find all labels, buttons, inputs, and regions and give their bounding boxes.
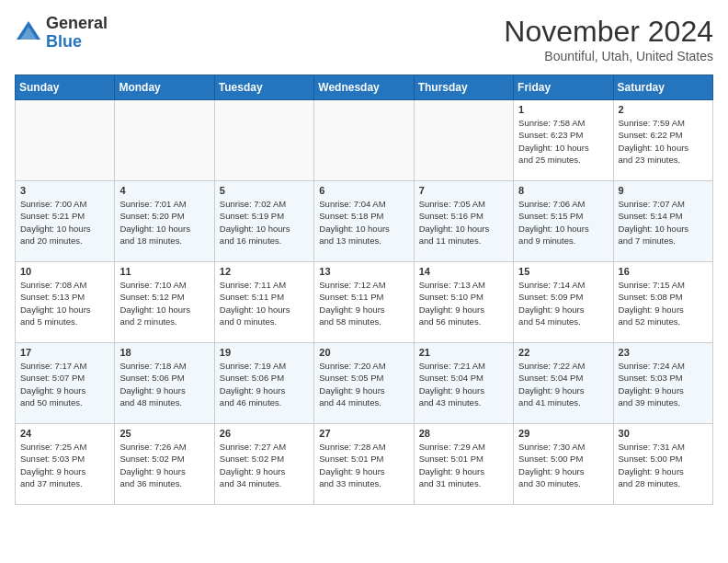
calendar-week-row: 1Sunrise: 7:58 AM Sunset: 6:23 PM Daylig… <box>16 100 713 181</box>
calendar-day-cell: 3Sunrise: 7:00 AM Sunset: 5:21 PM Daylig… <box>16 181 115 262</box>
day-info: Sunrise: 7:08 AM Sunset: 5:13 PM Dayligh… <box>20 279 109 327</box>
calendar-week-row: 17Sunrise: 7:17 AM Sunset: 5:07 PM Dayli… <box>16 343 713 424</box>
day-info: Sunrise: 7:24 AM Sunset: 5:03 PM Dayligh… <box>619 360 708 408</box>
weekday-header: Thursday <box>414 75 513 100</box>
day-info: Sunrise: 7:58 AM Sunset: 6:23 PM Dayligh… <box>518 117 608 166</box>
calendar-day-cell: 8Sunrise: 7:06 AM Sunset: 5:15 PM Daylig… <box>514 181 613 262</box>
day-number: 24 <box>20 428 109 439</box>
day-number: 21 <box>419 347 508 358</box>
day-number: 30 <box>619 428 708 439</box>
day-number: 18 <box>119 347 209 358</box>
day-number: 4 <box>119 185 209 196</box>
calendar-day-cell: 20Sunrise: 7:20 AM Sunset: 5:05 PM Dayli… <box>314 343 414 424</box>
calendar-day-cell <box>214 100 313 181</box>
weekday-header: Friday <box>514 75 613 100</box>
logo[interactable]: General Blue <box>15 15 108 52</box>
calendar-week-row: 24Sunrise: 7:25 AM Sunset: 5:03 PM Dayli… <box>16 424 713 505</box>
calendar-day-cell: 30Sunrise: 7:31 AM Sunset: 5:00 PM Dayli… <box>613 424 712 505</box>
calendar-day-cell: 24Sunrise: 7:25 AM Sunset: 5:03 PM Dayli… <box>16 424 115 505</box>
day-info: Sunrise: 7:02 AM Sunset: 5:19 PM Dayligh… <box>220 198 309 247</box>
day-number: 1 <box>518 104 608 115</box>
calendar-day-cell: 17Sunrise: 7:17 AM Sunset: 5:07 PM Dayli… <box>16 343 115 424</box>
day-number: 11 <box>119 266 209 277</box>
day-info: Sunrise: 7:07 AM Sunset: 5:14 PM Dayligh… <box>619 198 708 247</box>
day-number: 20 <box>319 347 408 358</box>
calendar-day-cell <box>16 100 115 181</box>
page-header: General Blue November 2024 Bountiful, Ut… <box>15 15 713 63</box>
calendar-day-cell: 15Sunrise: 7:14 AM Sunset: 5:09 PM Dayli… <box>514 262 613 343</box>
calendar-week-row: 3Sunrise: 7:00 AM Sunset: 5:21 PM Daylig… <box>16 181 713 262</box>
day-number: 22 <box>518 347 608 358</box>
calendar-day-cell: 18Sunrise: 7:18 AM Sunset: 5:06 PM Dayli… <box>115 343 214 424</box>
day-info: Sunrise: 7:06 AM Sunset: 5:15 PM Dayligh… <box>518 198 608 247</box>
day-number: 10 <box>20 266 109 277</box>
day-info: Sunrise: 7:59 AM Sunset: 6:22 PM Dayligh… <box>619 117 708 166</box>
calendar-day-cell <box>314 100 414 181</box>
day-info: Sunrise: 7:18 AM Sunset: 5:06 PM Dayligh… <box>119 360 209 408</box>
day-number: 7 <box>419 185 508 196</box>
day-info: Sunrise: 7:11 AM Sunset: 5:11 PM Dayligh… <box>220 279 309 327</box>
day-info: Sunrise: 7:15 AM Sunset: 5:08 PM Dayligh… <box>619 279 708 327</box>
day-number: 9 <box>619 185 708 196</box>
calendar-day-cell: 10Sunrise: 7:08 AM Sunset: 5:13 PM Dayli… <box>16 262 115 343</box>
day-number: 16 <box>619 266 708 277</box>
day-info: Sunrise: 7:01 AM Sunset: 5:20 PM Dayligh… <box>119 198 209 247</box>
day-info: Sunrise: 7:17 AM Sunset: 5:07 PM Dayligh… <box>20 360 109 408</box>
day-info: Sunrise: 7:26 AM Sunset: 5:02 PM Dayligh… <box>119 441 209 489</box>
calendar-day-cell: 1Sunrise: 7:58 AM Sunset: 6:23 PM Daylig… <box>514 100 613 181</box>
day-info: Sunrise: 7:22 AM Sunset: 5:04 PM Dayligh… <box>518 360 608 408</box>
day-number: 28 <box>419 428 508 439</box>
calendar-day-cell: 22Sunrise: 7:22 AM Sunset: 5:04 PM Dayli… <box>514 343 613 424</box>
calendar-day-cell: 6Sunrise: 7:04 AM Sunset: 5:18 PM Daylig… <box>314 181 414 262</box>
day-info: Sunrise: 7:14 AM Sunset: 5:09 PM Dayligh… <box>518 279 608 327</box>
day-info: Sunrise: 7:20 AM Sunset: 5:05 PM Dayligh… <box>319 360 408 408</box>
day-info: Sunrise: 7:19 AM Sunset: 5:06 PM Dayligh… <box>220 360 309 408</box>
day-number: 17 <box>20 347 109 358</box>
day-info: Sunrise: 7:00 AM Sunset: 5:21 PM Dayligh… <box>20 198 109 247</box>
day-number: 19 <box>220 347 309 358</box>
day-number: 13 <box>319 266 408 277</box>
day-info: Sunrise: 7:21 AM Sunset: 5:04 PM Dayligh… <box>419 360 508 408</box>
day-info: Sunrise: 7:31 AM Sunset: 5:00 PM Dayligh… <box>619 441 708 489</box>
day-number: 12 <box>220 266 309 277</box>
calendar-day-cell: 4Sunrise: 7:01 AM Sunset: 5:20 PM Daylig… <box>115 181 214 262</box>
day-number: 27 <box>319 428 408 439</box>
calendar-day-cell: 27Sunrise: 7:28 AM Sunset: 5:01 PM Dayli… <box>314 424 414 505</box>
day-info: Sunrise: 7:29 AM Sunset: 5:01 PM Dayligh… <box>419 441 508 489</box>
day-info: Sunrise: 7:10 AM Sunset: 5:12 PM Dayligh… <box>119 279 209 327</box>
day-info: Sunrise: 7:30 AM Sunset: 5:00 PM Dayligh… <box>518 441 608 489</box>
calendar-day-cell: 2Sunrise: 7:59 AM Sunset: 6:22 PM Daylig… <box>613 100 712 181</box>
day-number: 3 <box>20 185 109 196</box>
calendar-day-cell: 13Sunrise: 7:12 AM Sunset: 5:11 PM Dayli… <box>314 262 414 343</box>
logo-general: General <box>46 15 108 33</box>
calendar-day-cell: 14Sunrise: 7:13 AM Sunset: 5:10 PM Dayli… <box>414 262 513 343</box>
day-info: Sunrise: 7:27 AM Sunset: 5:02 PM Dayligh… <box>220 441 309 489</box>
weekday-header: Sunday <box>16 75 115 100</box>
day-number: 25 <box>119 428 209 439</box>
calendar-day-cell: 19Sunrise: 7:19 AM Sunset: 5:06 PM Dayli… <box>214 343 313 424</box>
day-info: Sunrise: 7:28 AM Sunset: 5:01 PM Dayligh… <box>319 441 408 489</box>
title-block: November 2024 Bountiful, Utah, United St… <box>504 15 713 63</box>
day-number: 5 <box>220 185 309 196</box>
calendar-day-cell: 9Sunrise: 7:07 AM Sunset: 5:14 PM Daylig… <box>613 181 712 262</box>
logo-blue: Blue <box>46 33 108 52</box>
day-number: 2 <box>619 104 708 115</box>
calendar-day-cell: 12Sunrise: 7:11 AM Sunset: 5:11 PM Dayli… <box>214 262 313 343</box>
calendar-day-cell: 26Sunrise: 7:27 AM Sunset: 5:02 PM Dayli… <box>214 424 313 505</box>
day-info: Sunrise: 7:05 AM Sunset: 5:16 PM Dayligh… <box>419 198 508 247</box>
calendar-day-cell: 25Sunrise: 7:26 AM Sunset: 5:02 PM Dayli… <box>115 424 214 505</box>
day-number: 29 <box>518 428 608 439</box>
day-number: 8 <box>518 185 608 196</box>
logo-icon <box>15 19 42 47</box>
weekday-header: Tuesday <box>214 75 313 100</box>
calendar-day-cell: 16Sunrise: 7:15 AM Sunset: 5:08 PM Dayli… <box>613 262 712 343</box>
calendar-day-cell: 29Sunrise: 7:30 AM Sunset: 5:00 PM Dayli… <box>514 424 613 505</box>
day-number: 23 <box>619 347 708 358</box>
month-title: November 2024 <box>504 15 713 49</box>
calendar-day-cell <box>115 100 214 181</box>
day-number: 14 <box>419 266 508 277</box>
calendar-day-cell: 28Sunrise: 7:29 AM Sunset: 5:01 PM Dayli… <box>414 424 513 505</box>
day-info: Sunrise: 7:04 AM Sunset: 5:18 PM Dayligh… <box>319 198 408 247</box>
logo-text: General Blue <box>46 15 108 52</box>
day-info: Sunrise: 7:25 AM Sunset: 5:03 PM Dayligh… <box>20 441 109 489</box>
